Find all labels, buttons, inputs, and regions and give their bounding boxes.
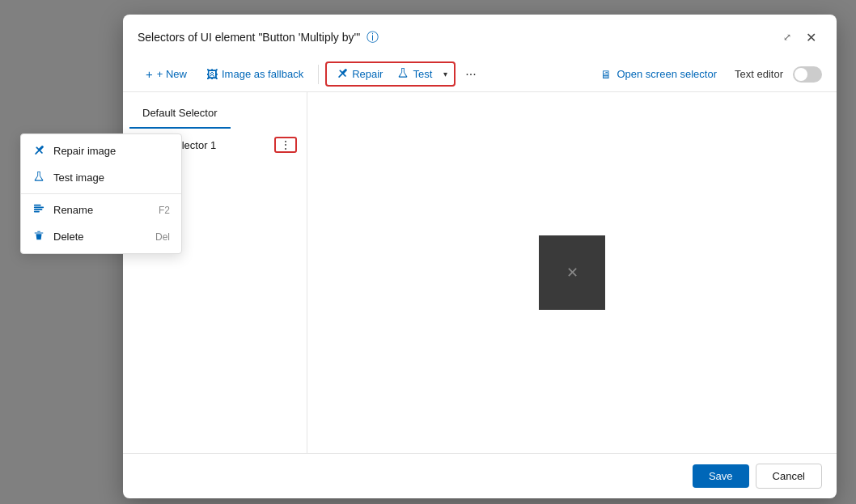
repair-test-group: Repair Test ▾ <box>325 61 456 87</box>
test-button[interactable]: Test <box>391 65 439 83</box>
save-button[interactable]: Save <box>693 464 749 488</box>
dialog-footer: Save Cancel <box>123 453 837 498</box>
resize-icon[interactable]: ⤢ <box>783 32 791 43</box>
menu-item-test-image[interactable]: Test image <box>21 164 181 191</box>
text-editor-toggle[interactable] <box>793 66 822 83</box>
more-options-icon: ··· <box>465 67 476 81</box>
toolbar-right: 🖥 Open screen selector Text editor <box>592 64 822 85</box>
test-image-icon <box>32 171 45 184</box>
open-screen-selector-button[interactable]: 🖥 Open screen selector <box>592 64 725 85</box>
dialog-body: Default Selector Screen Selector 1 ⋮ ✕ <box>123 92 837 453</box>
menu-item-rename[interactable]: Rename F2 <box>21 197 181 223</box>
repair-button[interactable]: Repair <box>330 65 389 83</box>
close-button[interactable]: ✕ <box>799 26 822 49</box>
default-selector-tab[interactable]: Default Selector <box>129 99 231 129</box>
svg-rect-0 <box>34 205 41 206</box>
rename-icon <box>32 203 45 217</box>
svg-rect-3 <box>34 211 40 213</box>
open-screen-label: Open screen selector <box>617 68 717 80</box>
test-dropdown-button[interactable]: ▾ <box>440 67 451 81</box>
delete-icon <box>32 230 45 244</box>
text-editor-label: Text editor <box>735 68 783 80</box>
test-icon <box>397 67 409 81</box>
broken-image: ✕ <box>539 235 605 310</box>
svg-rect-2 <box>34 209 43 210</box>
repair-image-label: Repair image <box>53 145 116 157</box>
toolbar: + + New 🖼 Image as fallback Repair <box>123 57 837 92</box>
delete-label: Delete <box>53 231 84 243</box>
cancel-button[interactable]: Cancel <box>756 464 822 489</box>
delete-shortcut: Del <box>155 231 170 243</box>
repair-label: Repair <box>352 68 383 80</box>
title-text: Selectors of UI element "Button 'Multipl… <box>138 31 360 44</box>
new-icon: + <box>146 67 153 81</box>
menu-item-repair-image[interactable]: Repair image <box>21 138 181 164</box>
preview-panel: ✕ <box>307 92 837 453</box>
repair-image-icon <box>32 144 45 158</box>
test-image-label: Test image <box>53 172 104 184</box>
rename-label: Rename <box>53 204 93 216</box>
image-fallback-label: Image as fallback <box>222 68 303 80</box>
test-label: Test <box>413 68 432 80</box>
menu-divider-1 <box>21 193 181 194</box>
info-icon[interactable]: ⓘ <box>367 30 379 45</box>
image-fallback-button[interactable]: 🖼 Image as fallback <box>198 64 311 85</box>
broken-image-icon: ✕ <box>566 264 578 282</box>
toolbar-divider <box>318 65 319 84</box>
context-menu: Repair image Test image Rename <box>20 133 182 254</box>
new-button[interactable]: + + New <box>138 63 195 85</box>
monitor-icon: 🖥 <box>600 68 612 81</box>
repair-icon <box>337 67 348 81</box>
image-fallback-icon: 🖼 <box>206 68 218 81</box>
rename-shortcut: F2 <box>159 205 170 216</box>
more-options-button[interactable]: ··· <box>459 64 482 85</box>
dialog-title: Selectors of UI element "Button 'Multipl… <box>138 30 379 45</box>
selector-item-more-button[interactable]: ⋮ <box>274 137 297 153</box>
main-dialog: Selectors of UI element "Button 'Multipl… <box>123 15 837 498</box>
dialog-header: Selectors of UI element "Button 'Multipl… <box>123 15 837 57</box>
new-label: + New <box>157 68 187 80</box>
menu-item-delete[interactable]: Delete Del <box>21 223 181 250</box>
svg-rect-1 <box>34 206 44 208</box>
